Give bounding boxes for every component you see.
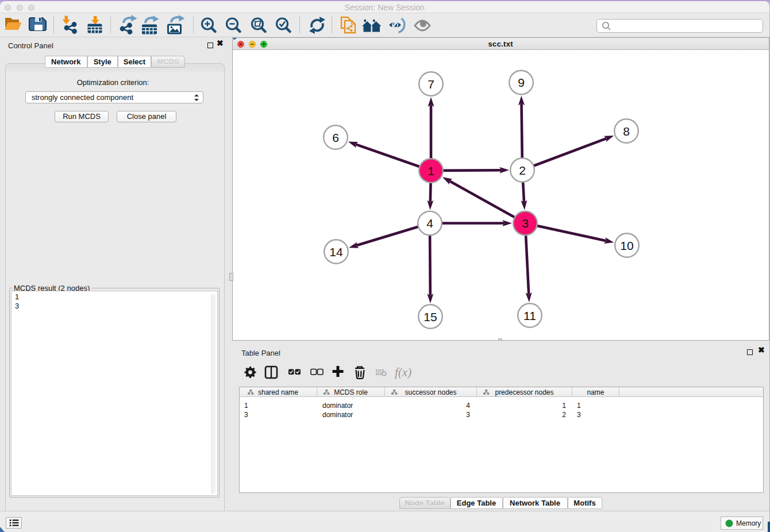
svg-text:8: 8 [623, 125, 630, 138]
svg-text:4: 4 [426, 217, 433, 230]
svg-text:f(x): f(x) [395, 365, 411, 379]
svg-text:15: 15 [424, 310, 437, 323]
svg-text:11: 11 [523, 309, 536, 322]
svg-text:3: 3 [522, 217, 529, 230]
svg-text:9: 9 [518, 76, 525, 89]
svg-text:1: 1 [428, 164, 434, 178]
svg-text:10: 10 [620, 239, 633, 252]
svg-text:14: 14 [329, 245, 343, 259]
svg-text:7: 7 [428, 78, 434, 91]
svg-text:6: 6 [332, 131, 339, 144]
svg-text:2: 2 [519, 164, 526, 177]
